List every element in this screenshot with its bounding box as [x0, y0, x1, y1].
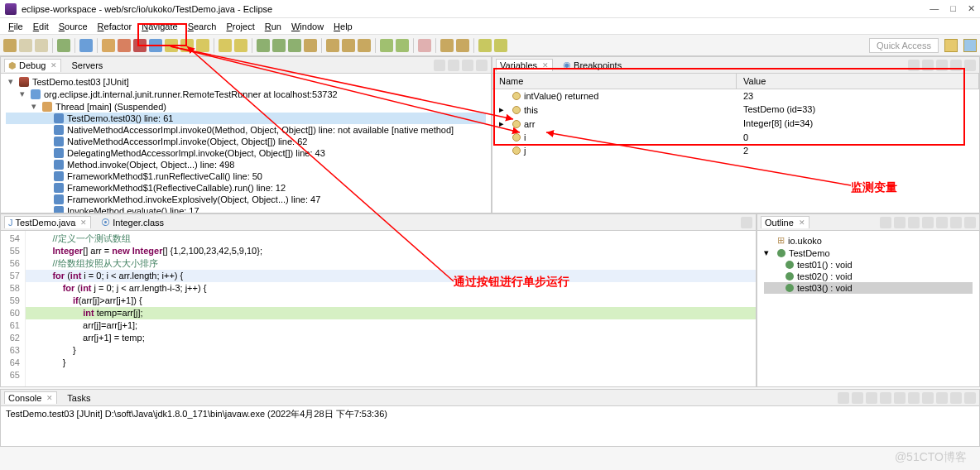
outline-sort-icon[interactable] [880, 217, 891, 228]
variable-row[interactable]: j2 [492, 144, 979, 157]
minimize-pane-icon[interactable] [462, 60, 473, 71]
vars-col-value[interactable]: Value [737, 74, 979, 89]
run-dropdown-icon[interactable] [272, 39, 286, 52]
code-editor[interactable]: //定义一个测试数组 Integer[] arr = new Integer[]… [26, 231, 756, 386]
outline-hide-fields-icon[interactable] [908, 217, 920, 228]
debug-perspective-icon[interactable] [963, 39, 977, 52]
new-icon[interactable] [3, 39, 17, 52]
annotation-icon[interactable] [396, 39, 409, 52]
tab-tasks[interactable]: Tasks [64, 392, 94, 404]
stack-frame[interactable]: NativeMethodAccessorImpl.invoke0(Method,… [6, 124, 486, 136]
outline-filter-icon[interactable] [894, 217, 906, 228]
debug-menu-icon[interactable] [448, 60, 459, 71]
stack-frame[interactable]: DelegatingMethodAccessorImpl.invoke(Obje… [6, 147, 486, 159]
resume-icon[interactable] [102, 39, 115, 52]
menu-file[interactable]: File [5, 20, 26, 33]
console-min-icon[interactable] [950, 392, 962, 404]
outline-package[interactable]: ⊞io.ukoko [764, 234, 973, 247]
debug-icon[interactable] [57, 39, 70, 52]
menu-project[interactable]: Project [223, 20, 258, 33]
tab-integer-class[interactable]: ⦿Integer.class [98, 217, 167, 228]
step-into-icon[interactable] [165, 39, 178, 52]
new-package-icon[interactable] [342, 39, 355, 52]
step-return-icon[interactable] [196, 39, 209, 52]
tab-outline[interactable]: Outline✕ [761, 216, 809, 228]
menu-refactor[interactable]: Refactor [94, 20, 136, 33]
menu-navigate[interactable]: Navigate [138, 20, 180, 33]
suspend-icon[interactable] [118, 39, 131, 52]
vars-col-name[interactable]: Name [492, 74, 737, 89]
tab-variables[interactable]: Variables✕ [496, 59, 553, 71]
disconnect-icon[interactable] [149, 39, 162, 52]
tab-console[interactable]: Console✕ [4, 391, 57, 404]
stack-frame[interactable]: NativeMethodAccessorImpl.invoke(Object, … [6, 136, 486, 147]
console-pin-icon[interactable] [908, 392, 920, 404]
pin-icon[interactable] [418, 39, 431, 52]
outline-menu-icon[interactable] [964, 217, 976, 228]
console-terminate-icon[interactable] [838, 392, 849, 404]
terminate-icon[interactable] [133, 39, 147, 52]
menu-run[interactable]: Run [262, 20, 285, 33]
back-icon[interactable] [440, 39, 454, 52]
quick-access-input[interactable]: Quick Access [869, 38, 939, 53]
stack-frame[interactable]: FrameworkMethod.invokeExplosively(Object… [6, 194, 486, 205]
menu-help[interactable]: Help [330, 20, 356, 33]
coverage-icon[interactable] [288, 39, 301, 52]
saveall-icon[interactable] [35, 39, 48, 52]
stack-frame[interactable]: TestDemo.test03() line: 61 [6, 113, 486, 124]
outline-class[interactable]: ▾TestDemo [764, 247, 973, 259]
stack-frame[interactable]: ▾Thread [main] (Suspended) [6, 100, 486, 113]
stack-frame[interactable]: FrameworkMethod$1(ReflectiveCallable).ru… [6, 182, 486, 194]
nav-back-icon[interactable] [478, 39, 492, 52]
maximize-pane-icon[interactable] [476, 60, 488, 71]
tab-debug[interactable]: ⬢Debug✕ [4, 59, 61, 72]
save-icon[interactable] [19, 39, 32, 52]
line-gutter[interactable]: 545556575859606162636465 [1, 231, 26, 386]
tab-testdemo-java[interactable]: JTestDemo.java✕ [4, 216, 91, 228]
menu-window[interactable]: Window [288, 20, 327, 33]
skip-breakpoints-icon[interactable] [79, 39, 93, 52]
use-step-filters-icon[interactable] [234, 39, 247, 52]
debug-layout-icon[interactable] [434, 60, 445, 71]
console-open-icon[interactable] [936, 392, 948, 404]
console-display-icon[interactable] [922, 392, 934, 404]
vars-minimize-icon[interactable] [950, 60, 962, 71]
variable-row[interactable]: ▸ thisTestDemo (id=33) [492, 103, 979, 117]
debug-dropdown-icon[interactable] [257, 39, 270, 52]
outline-hide-local-icon[interactable] [950, 217, 962, 228]
open-type-icon[interactable] [358, 39, 371, 52]
editor-maximize-icon[interactable] [741, 217, 752, 228]
variable-row[interactable]: i0 [492, 131, 979, 144]
maximize-button[interactable]: □ [950, 3, 956, 14]
console-clear-icon[interactable] [880, 392, 891, 404]
close-button[interactable]: ✕ [968, 3, 975, 14]
menu-source[interactable]: Source [55, 20, 91, 33]
nav-fwd-icon[interactable] [494, 39, 507, 52]
menu-edit[interactable]: Edit [30, 20, 52, 33]
outline-method[interactable]: test02() : void [764, 271, 973, 282]
vars-maximize-icon[interactable] [964, 60, 976, 71]
console-max-icon[interactable] [964, 392, 976, 404]
variable-row[interactable]: intValue() returned23 [492, 89, 979, 103]
step-over-icon[interactable] [180, 39, 194, 52]
new-class-icon[interactable] [326, 39, 339, 52]
stack-frame[interactable]: InvokeMethod.evaluate() line: 17 [6, 205, 486, 213]
tab-servers[interactable]: Servers [68, 60, 106, 71]
forward-icon[interactable] [456, 39, 469, 52]
outline-method[interactable]: test03() : void [764, 282, 973, 294]
variable-row[interactable]: ▸ arrInteger[8] (id=34) [492, 117, 979, 131]
drop-to-frame-icon[interactable] [219, 39, 232, 52]
minimize-button[interactable]: — [930, 3, 939, 14]
console-scroll-icon[interactable] [894, 392, 906, 404]
vars-tool-1[interactable] [908, 60, 920, 71]
outline-hide-nonpublic-icon[interactable] [936, 217, 948, 228]
tab-breakpoints[interactable]: ◉Breakpoints [560, 59, 625, 71]
outline-hide-static-icon[interactable] [922, 217, 934, 228]
vars-tool-3[interactable] [936, 60, 948, 71]
console-removeall-icon[interactable] [866, 392, 877, 404]
stack-frame[interactable]: FrameworkMethod$1.runReflectiveCall() li… [6, 170, 486, 182]
menu-search[interactable]: Search [185, 20, 220, 33]
stack-frame[interactable]: Method.invoke(Object, Object...) line: 4… [6, 159, 486, 170]
open-perspective-icon[interactable] [944, 39, 958, 52]
console-remove-icon[interactable] [852, 392, 863, 404]
